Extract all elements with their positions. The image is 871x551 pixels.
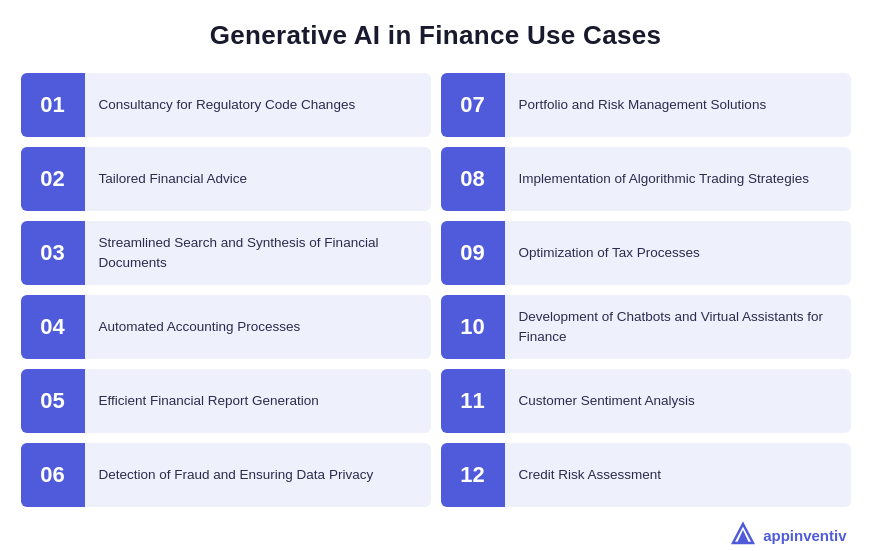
item-text: Efficient Financial Report Generation xyxy=(85,381,333,421)
item-number: 04 xyxy=(21,295,85,359)
item-text: Detection of Fraud and Ensuring Data Pri… xyxy=(85,455,388,495)
page-title: Generative AI in Finance Use Cases xyxy=(21,20,851,51)
main-container: Generative AI in Finance Use Cases 01Con… xyxy=(21,20,851,549)
list-item: 04Automated Accounting Processes xyxy=(21,295,431,359)
item-text: Tailored Financial Advice xyxy=(85,159,262,199)
item-text: Automated Accounting Processes xyxy=(85,307,315,347)
item-text: Portfolio and Risk Management Solutions xyxy=(505,85,781,125)
item-number: 03 xyxy=(21,221,85,285)
item-text: Streamlined Search and Synthesis of Fina… xyxy=(85,223,431,282)
item-number: 06 xyxy=(21,443,85,507)
item-number: 08 xyxy=(441,147,505,211)
item-number: 05 xyxy=(21,369,85,433)
item-text: Optimization of Tax Processes xyxy=(505,233,714,273)
items-grid: 01Consultancy for Regulatory Code Change… xyxy=(21,73,851,507)
list-item: 02Tailored Financial Advice xyxy=(21,147,431,211)
item-text: Consultancy for Regulatory Code Changes xyxy=(85,85,370,125)
item-number: 12 xyxy=(441,443,505,507)
item-number: 09 xyxy=(441,221,505,285)
logo-area: appinventiv xyxy=(21,521,851,549)
list-item: 10Development of Chatbots and Virtual As… xyxy=(441,295,851,359)
item-number: 01 xyxy=(21,73,85,137)
list-item: 08Implementation of Algorithmic Trading … xyxy=(441,147,851,211)
list-item: 09Optimization of Tax Processes xyxy=(441,221,851,285)
list-item: 11Customer Sentiment Analysis xyxy=(441,369,851,433)
item-number: 11 xyxy=(441,369,505,433)
appinventiv-logo-icon xyxy=(729,521,757,549)
list-item: 07Portfolio and Risk Management Solution… xyxy=(441,73,851,137)
appinventiv-logo-text: appinventiv xyxy=(763,527,846,544)
item-text: Customer Sentiment Analysis xyxy=(505,381,709,421)
list-item: 05Efficient Financial Report Generation xyxy=(21,369,431,433)
item-number: 07 xyxy=(441,73,505,137)
item-text: Credit Risk Assessment xyxy=(505,455,676,495)
list-item: 06Detection of Fraud and Ensuring Data P… xyxy=(21,443,431,507)
item-number: 10 xyxy=(441,295,505,359)
item-number: 02 xyxy=(21,147,85,211)
list-item: 03Streamlined Search and Synthesis of Fi… xyxy=(21,221,431,285)
item-text: Development of Chatbots and Virtual Assi… xyxy=(505,297,851,356)
item-text: Implementation of Algorithmic Trading St… xyxy=(505,159,823,199)
list-item: 12Credit Risk Assessment xyxy=(441,443,851,507)
list-item: 01Consultancy for Regulatory Code Change… xyxy=(21,73,431,137)
